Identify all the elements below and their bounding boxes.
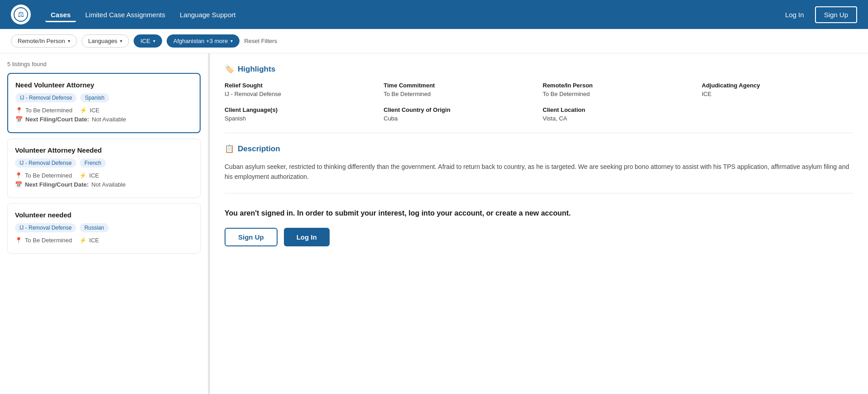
tags-1: IJ - Removal Defense Spanish — [15, 93, 192, 102]
chevron-down-icon: ▾ — [153, 38, 155, 43]
tags-2: IJ - Removal Defense French — [15, 159, 193, 168]
case-title-2: Volunteer Attorney Needed — [15, 146, 193, 154]
nav-right: Log In Sign Up — [780, 6, 857, 23]
nav-language-support[interactable]: Language Support — [174, 7, 241, 22]
filter-languages[interactable]: Languages ▾ — [82, 34, 129, 48]
svg-text:⚖: ⚖ — [18, 10, 24, 18]
client-language: Client Language(s) Spanish — [225, 106, 376, 122]
tag-lang-2: French — [80, 159, 106, 168]
highlights-section: 🏷️ Highlights Relief Sought IJ - Removal… — [225, 64, 854, 133]
agency-icon: ⚡ — [79, 237, 86, 244]
location-icon: 📍 — [15, 107, 23, 114]
adjudicating-agency: Adjudicating Agency ICE — [702, 82, 854, 97]
description-section: 📋 Description Cuban asylum seeker, restr… — [225, 144, 854, 193]
nav-limited-case[interactable]: Limited Case Assignments — [80, 7, 171, 22]
location-icon: 📍 — [15, 172, 22, 179]
calendar-icon: 📅 — [15, 116, 23, 123]
remote-in-person: Remote/In Person To Be Determined — [543, 82, 695, 97]
client-location: Client Location Vista, CA — [543, 106, 695, 122]
tag-ij-3: IJ - Removal Defense — [15, 223, 76, 232]
case-card-1[interactable]: Need Volunteer Attorney IJ - Removal Def… — [7, 73, 201, 133]
tag-lang-1: Spanish — [80, 93, 109, 102]
navbar: ⚖ Cases Limited Case Assignments Languag… — [0, 0, 868, 29]
listings-count: 5 listings found — [7, 61, 201, 67]
nav-links: Cases Limited Case Assignments Language … — [45, 7, 765, 22]
agency-icon: ⚡ — [79, 172, 86, 179]
highlights-grid: Relief Sought IJ - Removal Defense Time … — [225, 82, 854, 122]
nav-login-button[interactable]: Log In — [780, 7, 810, 22]
signin-buttons: Sign Up Log In — [225, 228, 854, 246]
case-location-3: 📍 To Be Determined ⚡ ICE — [15, 237, 193, 244]
login-button[interactable]: Log In — [284, 228, 330, 246]
description-icon: 📋 — [225, 144, 234, 154]
chevron-down-icon: ▾ — [68, 38, 70, 43]
logo-icon: ⚖ — [11, 5, 31, 24]
calendar-icon: 📅 — [15, 181, 22, 188]
client-origin: Client Country of Origin Cuba — [384, 106, 535, 122]
case-card-3[interactable]: Volunteer needed IJ - Removal Defense Ru… — [7, 203, 201, 254]
tag-ij-2: IJ - Removal Defense — [15, 159, 76, 168]
signin-section: You aren't signed in. In order to submit… — [225, 204, 854, 250]
filter-remote[interactable]: Remote/In Person ▾ — [11, 34, 77, 48]
location-icon: 📍 — [15, 237, 22, 244]
agency-icon: ⚡ — [80, 107, 87, 114]
left-panel: 5 listings found Need Volunteer Attorney… — [0, 53, 208, 394]
case-title-1: Need Volunteer Attorney — [15, 81, 192, 89]
case-location-2: 📍 To Be Determined ⚡ ICE — [15, 172, 193, 179]
tag-icon: 🏷️ — [225, 64, 234, 74]
case-title-3: Volunteer needed — [15, 211, 193, 219]
tag-ij-1: IJ - Removal Defense — [15, 93, 77, 102]
main-layout: 5 listings found Need Volunteer Attorney… — [0, 53, 868, 394]
chevron-down-icon: ▾ — [120, 38, 122, 43]
chevron-down-icon: ▾ — [230, 38, 233, 43]
nav-signup-button[interactable]: Sign Up — [815, 6, 857, 23]
signin-message: You aren't signed in. In order to submit… — [225, 208, 854, 219]
description-title: 📋 Description — [225, 144, 854, 154]
tags-3: IJ - Removal Defense Russian — [15, 223, 193, 232]
filter-ice[interactable]: ICE ▾ — [134, 34, 162, 48]
tag-lang-3: Russian — [80, 223, 108, 232]
signup-button[interactable]: Sign Up — [225, 228, 278, 246]
filters-bar: Remote/In Person ▾ Languages ▾ ICE ▾ Afg… — [0, 29, 868, 53]
right-panel: 🏷️ Highlights Relief Sought IJ - Removal… — [210, 53, 868, 394]
case-card-2[interactable]: Volunteer Attorney Needed IJ - Removal D… — [7, 139, 201, 198]
case-filing-2: 📅 Next Filing/Court Date: Not Available — [15, 181, 193, 188]
case-filing-1: 📅 Next Filing/Court Date: Not Available — [15, 116, 192, 123]
relief-sought: Relief Sought IJ - Removal Defense — [225, 82, 376, 97]
reset-filters-button[interactable]: Reset Filters — [244, 38, 277, 44]
description-text: Cuban asylum seeker, restricted to think… — [225, 162, 854, 182]
case-location-1: 📍 To Be Determined ⚡ ICE — [15, 107, 192, 114]
logo: ⚖ — [11, 5, 31, 24]
filter-countries[interactable]: Afghanistan +3 more ▾ — [167, 34, 240, 48]
time-commitment: Time Commitment To Be Determined — [384, 82, 535, 97]
nav-cases[interactable]: Cases — [45, 7, 76, 22]
highlights-title: 🏷️ Highlights — [225, 64, 854, 74]
